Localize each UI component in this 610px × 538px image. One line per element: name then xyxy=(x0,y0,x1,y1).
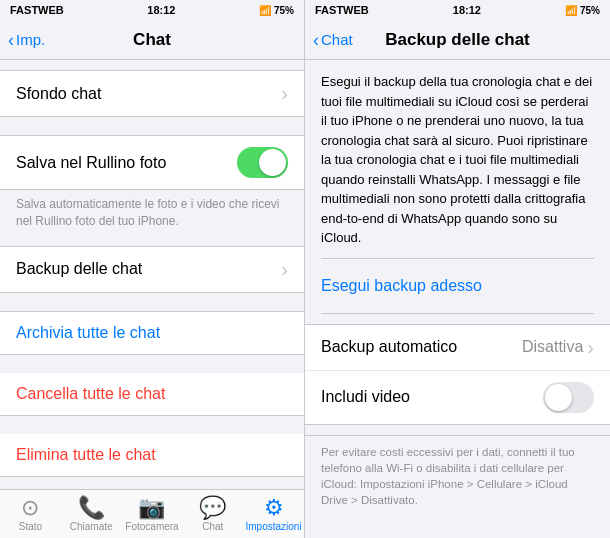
stato-label: Stato xyxy=(19,521,42,532)
battery-icon: 75% xyxy=(274,5,294,16)
sfondo-label: Sfondo chat xyxy=(16,85,101,103)
backup-description: Esegui il backup della tua cronologia ch… xyxy=(321,72,594,248)
cancella-button[interactable]: Cancella tutte le chat xyxy=(0,373,304,416)
automatico-value-text: Disattiva xyxy=(522,338,583,356)
backup-label: Backup delle chat xyxy=(16,260,142,278)
automatico-chevron-icon xyxy=(587,336,594,359)
right-battery-icon: 75% xyxy=(580,5,600,16)
video-toggle-knob xyxy=(545,384,572,411)
chiamate-label: Chiamate xyxy=(70,521,113,532)
left-panel: FASTWEB 18:12 📶 75% ‹ Imp. Chat Sfondo c… xyxy=(0,0,305,538)
archivia-button[interactable]: Archivia tutte le chat xyxy=(0,311,304,355)
separator-2 xyxy=(321,313,594,314)
rullino-label: Salva nel Rullino foto xyxy=(16,154,166,172)
right-status-bar: FASTWEB 18:12 📶 75% xyxy=(305,0,610,20)
rullino-row: Salva nel Rullino foto xyxy=(0,136,304,189)
left-time: 18:12 xyxy=(147,4,175,16)
tab-chat[interactable]: 💬 Chat xyxy=(182,490,243,538)
rullino-group: Salva nel Rullino foto xyxy=(0,135,304,190)
chat-icon: 💬 xyxy=(199,497,226,519)
backup-row[interactable]: Backup delle chat xyxy=(0,247,304,292)
automatico-value: Disattiva xyxy=(522,336,594,359)
left-back-button[interactable]: ‹ Imp. xyxy=(8,31,45,49)
backup-chevron-icon xyxy=(281,258,288,281)
right-nav-title: Backup delle chat xyxy=(385,30,530,50)
fotocamera-label: Fotocamera xyxy=(125,521,178,532)
backup-section: Backup delle chat xyxy=(0,246,304,293)
right-battery: 📶 75% xyxy=(565,5,600,16)
right-panel: FASTWEB 18:12 📶 75% ‹ Chat Backup delle … xyxy=(305,0,610,538)
separator-1 xyxy=(321,258,594,259)
rullino-section: Salva nel Rullino foto Salva automaticam… xyxy=(0,135,304,238)
tab-fotocamera[interactable]: 📷 Fotocamera xyxy=(122,490,183,538)
automatico-label: Backup automatico xyxy=(321,338,457,356)
actions-section: Archivia tutte le chat Cancella tutte le… xyxy=(0,311,304,477)
rullino-description: Salva automaticamente le foto e i video … xyxy=(0,190,304,238)
signal-icon: 📶 xyxy=(259,5,271,16)
backup-settings-group: Backup automatico Disattiva Includi vide… xyxy=(305,324,610,425)
left-back-chevron-icon: ‹ xyxy=(8,31,14,49)
right-nav-bar: ‹ Chat Backup delle chat xyxy=(305,20,610,60)
video-row: Includi video xyxy=(305,371,610,424)
tab-chiamate[interactable]: 📞 Chiamate xyxy=(61,490,122,538)
left-status-bar: FASTWEB 18:12 📶 75% xyxy=(0,0,304,20)
sfondo-chevron xyxy=(281,82,288,105)
tab-stato[interactable]: ⊙ Stato xyxy=(0,490,61,538)
backup-chevron xyxy=(281,258,288,281)
video-toggle[interactable] xyxy=(543,382,594,413)
right-back-button[interactable]: ‹ Chat xyxy=(313,31,353,49)
backup-now-button[interactable]: Esegui backup adesso xyxy=(321,267,594,305)
right-time: 18:12 xyxy=(453,4,481,16)
footer-note: Per evitare costi eccessivi per i dati, … xyxy=(305,435,610,516)
right-content: Esegui il backup della tua cronologia ch… xyxy=(305,60,610,538)
tab-bar: ⊙ Stato 📞 Chiamate 📷 Fotocamera 💬 Chat ⚙… xyxy=(0,489,304,538)
stato-icon: ⊙ xyxy=(21,497,39,519)
backup-group: Backup delle chat xyxy=(0,246,304,293)
rullino-toggle[interactable] xyxy=(237,147,288,178)
left-back-label: Imp. xyxy=(16,31,45,48)
impostazioni-icon: ⚙ xyxy=(264,497,284,519)
right-carrier: FASTWEB xyxy=(315,4,369,16)
rullino-toggle-knob xyxy=(259,149,286,176)
elimina-button[interactable]: Elimina tutte le chat xyxy=(0,434,304,477)
right-signal-icon: 📶 xyxy=(565,5,577,16)
sfondo-section: Sfondo chat xyxy=(0,70,304,117)
chat-label: Chat xyxy=(202,521,223,532)
tab-impostazioni[interactable]: ⚙ Impostazioni xyxy=(243,490,304,538)
left-nav-bar: ‹ Imp. Chat xyxy=(0,20,304,60)
impostazioni-label: Impostazioni xyxy=(246,521,302,532)
right-back-chevron-icon: ‹ xyxy=(313,31,319,49)
right-back-label: Chat xyxy=(321,31,353,48)
automatico-row[interactable]: Backup automatico Disattiva xyxy=(305,325,610,371)
left-nav-title: Chat xyxy=(133,30,171,50)
video-label: Includi video xyxy=(321,388,410,406)
left-battery: 📶 75% xyxy=(259,5,294,16)
left-content: Sfondo chat Salva nel Rullino foto Salva… xyxy=(0,60,304,489)
left-carrier: FASTWEB xyxy=(10,4,64,16)
sfondo-row[interactable]: Sfondo chat xyxy=(0,71,304,116)
sfondo-group: Sfondo chat xyxy=(0,70,304,117)
fotocamera-icon: 📷 xyxy=(138,497,165,519)
chiamate-icon: 📞 xyxy=(78,497,105,519)
sfondo-chevron-icon xyxy=(281,82,288,105)
